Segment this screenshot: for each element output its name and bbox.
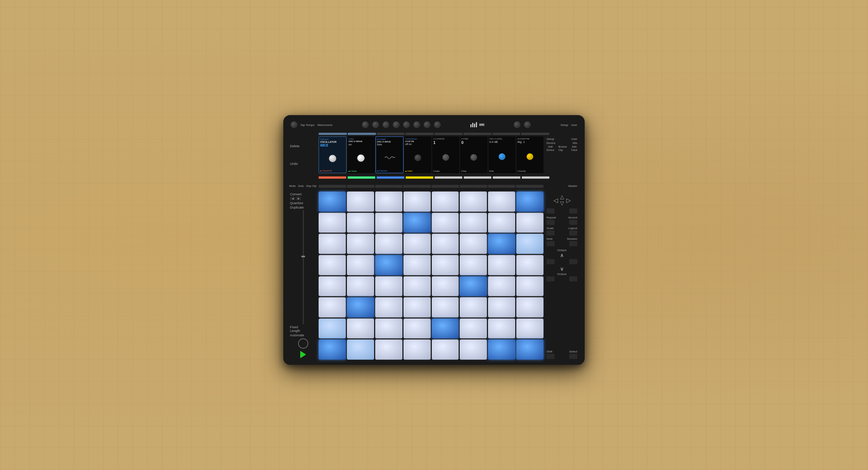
pad-8-3[interactable] bbox=[375, 340, 402, 360]
pad-2-3[interactable] bbox=[375, 213, 402, 233]
pad-4-6[interactable] bbox=[460, 255, 487, 275]
mute-btn-6[interactable] bbox=[460, 185, 487, 188]
pad-1-4[interactable] bbox=[403, 192, 431, 212]
play-button[interactable] bbox=[300, 351, 306, 358]
mute-btn-2[interactable] bbox=[347, 185, 374, 188]
undo-button[interactable]: Undo bbox=[290, 162, 316, 166]
pad-4-8[interactable] bbox=[516, 255, 544, 275]
pad-6-1[interactable] bbox=[319, 297, 346, 318]
pad-1-3[interactable] bbox=[375, 192, 402, 212]
device-button[interactable]: Device bbox=[546, 141, 555, 145]
mute-btn-8[interactable] bbox=[516, 185, 544, 188]
arrow-up[interactable]: △ bbox=[560, 194, 564, 200]
pad-6-2[interactable] bbox=[347, 297, 374, 318]
mute-btn-7[interactable] bbox=[488, 185, 516, 188]
pad-4-7[interactable] bbox=[488, 255, 515, 275]
right-knob-1[interactable] bbox=[514, 122, 520, 128]
record-button[interactable] bbox=[298, 339, 308, 349]
duplicate-button[interactable]: Duplicate bbox=[290, 206, 316, 209]
arrow-right[interactable]: ▷ bbox=[566, 196, 571, 203]
solo-button[interactable]: Solo bbox=[298, 184, 304, 187]
pad-1-7[interactable] bbox=[488, 192, 515, 212]
mute-btn-3[interactable] bbox=[375, 185, 403, 188]
add-device-label[interactable]: Add bbox=[548, 145, 552, 148]
automate-button[interactable]: Automate bbox=[290, 333, 316, 337]
encoder-knob-1[interactable] bbox=[362, 122, 369, 128]
convert-button[interactable]: Convert bbox=[290, 192, 316, 196]
pad-5-6[interactable] bbox=[460, 276, 487, 296]
mute-button[interactable]: Mute bbox=[289, 184, 296, 187]
track-display-6[interactable]: A FINE 0 A-Rvb bbox=[460, 137, 487, 173]
pad-4-5[interactable] bbox=[432, 255, 459, 275]
layout-btn[interactable] bbox=[569, 231, 577, 236]
note-button[interactable]: Note bbox=[546, 237, 553, 241]
pad-5-1[interactable] bbox=[319, 276, 346, 296]
shift-button[interactable]: Shift bbox=[546, 350, 552, 353]
select-btn[interactable] bbox=[569, 354, 577, 359]
pad-8-5[interactable] bbox=[432, 340, 459, 360]
small-btn-2[interactable] bbox=[569, 209, 577, 214]
browse-button[interactable]: Browse bbox=[558, 145, 567, 148]
encoder-knob-6[interactable] bbox=[413, 122, 420, 128]
quantize-button[interactable]: Quantize bbox=[290, 201, 316, 205]
pad-8-8[interactable] bbox=[516, 340, 544, 360]
track-display-5[interactable]: A COARSE 1 5-Audio bbox=[432, 137, 459, 173]
mute-btn-1[interactable] bbox=[319, 185, 346, 188]
pad-5-2[interactable] bbox=[347, 276, 374, 296]
pad-7-2[interactable] bbox=[347, 318, 374, 339]
right-knob-2[interactable] bbox=[524, 122, 531, 128]
pad-3-8[interactable] bbox=[516, 234, 544, 254]
encoder-knob-5[interactable] bbox=[403, 122, 410, 128]
pad-6-8[interactable] bbox=[516, 297, 544, 318]
pad-5-8[interactable] bbox=[516, 276, 544, 296]
mix-button[interactable]: Mix bbox=[573, 141, 577, 145]
add-device-label2[interactable]: Device bbox=[546, 149, 554, 151]
pad-6-6[interactable] bbox=[460, 297, 487, 318]
slider-thumb[interactable] bbox=[301, 256, 305, 257]
shift-btn[interactable] bbox=[546, 354, 555, 359]
pad-6-3[interactable] bbox=[375, 297, 402, 318]
octave-down-btn[interactable] bbox=[546, 276, 555, 282]
mute-btn-4[interactable] bbox=[403, 185, 431, 188]
pad-7-7[interactable] bbox=[488, 318, 515, 339]
pad-7-3[interactable] bbox=[375, 318, 402, 339]
pad-2-5[interactable] bbox=[432, 213, 459, 233]
pad-3-4[interactable] bbox=[403, 234, 431, 254]
pad-8-6[interactable] bbox=[460, 340, 487, 360]
accent-btn[interactable] bbox=[569, 220, 577, 225]
track-display-8[interactable]: ALGORITHM Alg. 1 C-Dub Dly bbox=[516, 137, 544, 173]
repeat-btn[interactable] bbox=[546, 220, 555, 225]
pad-2-7[interactable] bbox=[488, 213, 515, 233]
select-button[interactable]: Select bbox=[569, 350, 577, 353]
track-display-3[interactable]: EQ Eight OSC-A WAVE Sine ■ 3-Operator bbox=[376, 137, 403, 173]
scale-button[interactable]: Scale bbox=[546, 227, 554, 230]
pad-8-7[interactable] bbox=[488, 340, 515, 360]
encoder-knob-4[interactable] bbox=[393, 122, 399, 128]
octave-up-btn2[interactable] bbox=[569, 259, 577, 264]
pad-1-2[interactable] bbox=[347, 192, 374, 212]
pad-1-6[interactable] bbox=[460, 192, 487, 212]
pad-2-6[interactable] bbox=[460, 213, 487, 233]
pad-5-3[interactable] bbox=[375, 276, 402, 296]
track-display-1[interactable]: Operator OSCILLATOR ABCD ■ 1-Reverb 80 bbox=[319, 137, 347, 173]
pad-3-7[interactable] bbox=[488, 234, 515, 254]
pad-5-5[interactable] bbox=[432, 276, 459, 296]
arrow-left[interactable]: ◁ bbox=[553, 196, 558, 203]
pad-3-6[interactable] bbox=[460, 234, 487, 254]
nudge-left[interactable]: ◀ bbox=[290, 197, 295, 200]
add-track-label[interactable]: Add bbox=[572, 145, 576, 148]
pad-2-8[interactable] bbox=[516, 213, 544, 233]
pad-4-1[interactable] bbox=[319, 255, 346, 275]
pad-6-7[interactable] bbox=[488, 297, 515, 318]
layout-button[interactable]: Layout bbox=[568, 227, 577, 230]
track-display-7[interactable]: OSC-A LEVEL 0.0 dB B-Dly bbox=[488, 137, 516, 173]
pad-3-2[interactable] bbox=[347, 234, 374, 254]
pad-6-4[interactable] bbox=[403, 297, 431, 318]
pad-4-2[interactable] bbox=[347, 255, 374, 275]
encoder-knob-3[interactable] bbox=[383, 122, 389, 128]
track-display-4[interactable]: Compressor A FIX ON off on ■ 4-MIDI bbox=[404, 137, 431, 173]
nudge-right[interactable]: ▶ bbox=[296, 197, 301, 200]
pad-7-4[interactable] bbox=[403, 318, 431, 339]
pad-2-1[interactable] bbox=[319, 213, 346, 233]
pad-8-1[interactable] bbox=[319, 340, 346, 360]
